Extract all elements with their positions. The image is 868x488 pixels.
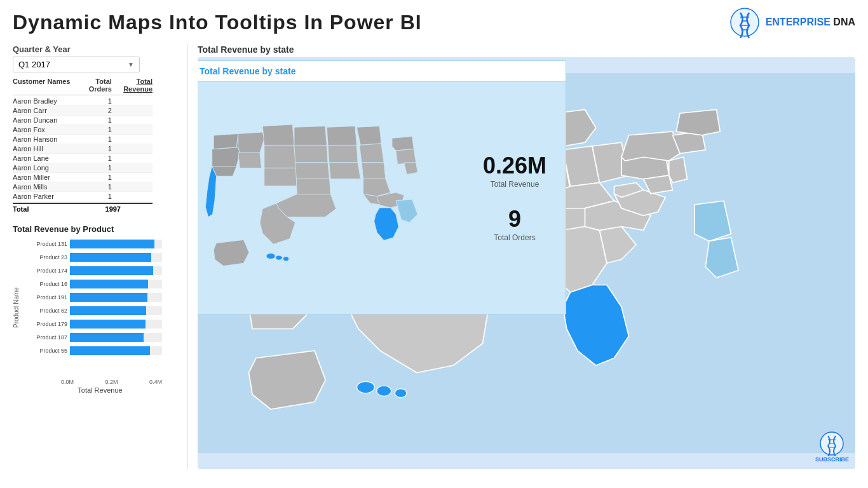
main-content: Quarter & Year Q1 2017 ▼ Customer Names … <box>0 38 868 475</box>
tooltip-overlay: Total Revenue by state <box>198 60 566 315</box>
bar-fill <box>70 293 147 302</box>
logo-bold: ENTERPRISE <box>766 17 831 27</box>
total-revenue-value: 0.26M <box>483 154 546 177</box>
cell-orders: 1 <box>83 97 112 105</box>
table-row: Aaron Duncan 1 <box>13 116 153 125</box>
cell-name: Aaron Lane <box>13 154 83 162</box>
filter-section: Quarter & Year Q1 2017 ▼ <box>13 44 178 72</box>
table-row: Aaron Fox 1 <box>13 125 153 135</box>
map-title: Total Revenue by state <box>198 44 855 55</box>
x-axis-tick: 0.0M <box>61 379 74 385</box>
bar-fill <box>70 253 151 262</box>
bar-row: Product 131 <box>24 238 162 250</box>
svg-marker-70 <box>327 126 356 146</box>
subscribe-area[interactable]: SUBSCRIBE <box>815 431 849 463</box>
cell-orders: 2 <box>83 107 112 114</box>
total-revenue-block: 0.26M Total Revenue <box>483 154 546 189</box>
cell-revenue <box>112 193 153 200</box>
svg-marker-47 <box>669 157 688 182</box>
tooltip-body: 0.26M Total Revenue 9 Total Orders <box>198 82 566 314</box>
svg-marker-71 <box>328 145 358 162</box>
bar-row: Product 16 <box>24 278 162 290</box>
svg-point-89 <box>283 257 289 261</box>
cell-name: Aaron Carr <box>13 107 83 114</box>
cell-revenue <box>112 145 153 152</box>
bar-chart-section: Total Revenue by Product Product Name Pr… <box>13 224 162 394</box>
bar-background <box>70 280 162 288</box>
dropdown-value: Q1 2017 <box>18 60 50 69</box>
svg-marker-45 <box>621 132 680 161</box>
cell-revenue <box>112 173 153 181</box>
table-row: Aaron Miller 1 <box>13 173 153 182</box>
bar-fill <box>70 280 148 288</box>
bar-row: Product 23 <box>24 251 162 264</box>
customer-table: Customer Names Total Orders Total Revenu… <box>13 78 153 214</box>
cell-orders: 1 <box>83 135 112 143</box>
cell-orders: 1 <box>83 183 112 191</box>
svg-marker-60 <box>214 133 238 149</box>
svg-marker-49 <box>676 110 720 135</box>
svg-marker-82 <box>392 137 414 151</box>
table-row: Aaron Mills 1 <box>13 182 153 192</box>
svg-point-51 <box>357 381 375 393</box>
svg-marker-75 <box>356 126 381 146</box>
logo-text: ENTERPRISE DNA <box>766 16 855 29</box>
table-header: Customer Names Total Orders Total Revenu… <box>13 78 153 95</box>
total-orders-value: 1997 <box>89 205 121 213</box>
table-row: Aaron Bradley 1 <box>13 97 153 106</box>
svg-marker-54 <box>695 201 731 241</box>
bar-background <box>70 333 162 342</box>
bar-row: Product 174 <box>24 264 162 277</box>
cell-name: Aaron Mills <box>13 183 83 191</box>
svg-marker-76 <box>360 144 384 163</box>
bar-label: Product 187 <box>24 334 70 341</box>
quarter-year-dropdown[interactable]: Q1 2017 ▼ <box>13 57 140 72</box>
svg-point-87 <box>266 254 275 259</box>
svg-point-53 <box>395 389 407 398</box>
cell-name: Aaron Hanson <box>13 135 83 143</box>
cell-revenue <box>112 116 153 124</box>
bar-label: Product 131 <box>24 241 70 247</box>
tooltip-stats: 0.26M Total Revenue 9 Total Orders <box>464 82 566 314</box>
col-customer-names: Customer Names <box>13 78 83 93</box>
svg-marker-65 <box>264 168 299 186</box>
tooltip-header: Total Revenue by state <box>198 61 566 82</box>
cell-name: Aaron Fox <box>13 126 83 133</box>
total-label: Total <box>13 205 89 213</box>
svg-marker-63 <box>262 125 294 146</box>
bar-label: Product 174 <box>24 268 70 274</box>
total-orders-label: Total Orders <box>494 233 535 242</box>
total-orders-value: 9 <box>494 208 535 231</box>
filter-label: Quarter & Year <box>13 44 178 54</box>
cell-name: Aaron Long <box>13 164 83 172</box>
bar-background <box>70 346 162 355</box>
bar-background <box>70 240 162 248</box>
cell-revenue <box>112 154 153 162</box>
bar-chart-inner: Product 131 Product 23 Product 174 <box>24 238 162 377</box>
cell-orders: 1 <box>83 193 112 200</box>
bar-row: Product 191 <box>24 291 162 304</box>
bar-label: Product 179 <box>24 321 70 327</box>
svg-marker-83 <box>396 149 416 164</box>
logo-area: ENTERPRISE DNA <box>729 6 855 38</box>
svg-marker-61 <box>238 132 264 153</box>
subscribe-label[interactable]: SUBSCRIBE <box>815 456 849 463</box>
cell-revenue <box>112 135 153 143</box>
bar-label: Product 23 <box>24 254 70 261</box>
cell-orders: 1 <box>83 126 112 133</box>
map-background: Total Revenue by state <box>198 57 855 469</box>
logo-normal: DNA <box>831 17 855 27</box>
dna-logo-icon <box>729 6 761 38</box>
cell-name: Aaron Hill <box>13 145 83 152</box>
svg-point-52 <box>377 386 391 396</box>
cell-orders: 1 <box>83 145 112 152</box>
header: Dynamic Maps Into Tooltips In Power BI E… <box>0 0 868 38</box>
bar-row: Product 62 <box>24 304 162 317</box>
svg-marker-67 <box>294 145 328 162</box>
cell-name: Aaron Bradley <box>13 97 83 105</box>
total-orders-block: 9 Total Orders <box>494 208 535 242</box>
svg-marker-64 <box>264 145 297 168</box>
table-row: Aaron Long 1 <box>13 163 153 173</box>
bar-background <box>70 306 162 315</box>
cell-revenue <box>112 183 153 191</box>
